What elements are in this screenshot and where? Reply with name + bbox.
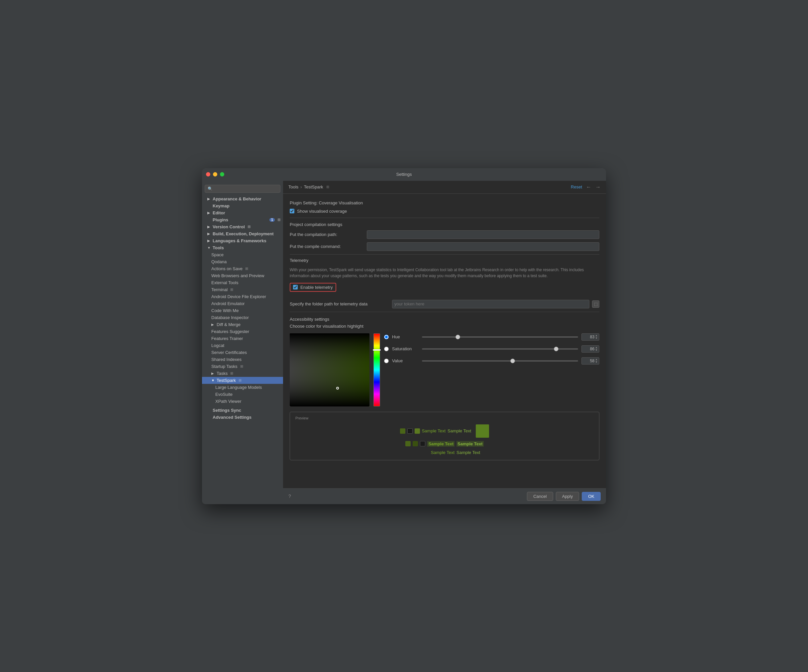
window-controls <box>206 172 224 177</box>
sidebar-item-plugins[interactable]: Plugins 1 ⊞ <box>202 216 283 223</box>
sidebar-item-editor[interactable]: ▶ Editor <box>202 209 283 216</box>
gradient-picker[interactable] <box>290 333 369 406</box>
preview-text-5: Sample Text <box>431 450 454 455</box>
hue-slider-row: Hue 83 ▲ ▼ <box>384 333 599 341</box>
sidebar-item-appearance[interactable]: ▶ Appearance & Behavior <box>202 196 283 202</box>
sidebar-item-startup-tasks[interactable]: Startup Tasks ⊞ <box>202 363 283 370</box>
sync-icon: ⊞ <box>245 267 248 271</box>
saturation-track[interactable] <box>422 348 578 349</box>
sidebar-item-llm[interactable]: Large Language Models <box>202 384 283 391</box>
expand-icon: ▶ <box>211 323 215 326</box>
sidebar-item-logcat[interactable]: Logcat <box>202 342 283 349</box>
sidebar-item-testspark[interactable]: ▼ TestSpark ⊞ <box>202 377 283 384</box>
cancel-button[interactable]: Cancel <box>527 492 553 501</box>
sidebar-item-android-file[interactable]: Android Device File Explorer <box>202 293 283 300</box>
sidebar-item-tasks[interactable]: ▶ Tasks ⊞ <box>202 370 283 377</box>
value-track[interactable] <box>422 360 578 361</box>
panel-header: Tools › TestSpark ⊞ Reset ← → <box>283 181 606 194</box>
hue-decrement[interactable]: ▼ <box>595 337 598 339</box>
sidebar-item-database-inspector[interactable]: Database Inspector <box>202 314 283 321</box>
saturation-label: Saturation <box>392 346 419 351</box>
enable-telemetry-checkbox[interactable] <box>293 285 298 289</box>
saturation-decrement[interactable]: ▼ <box>595 349 598 352</box>
show-coverage-checkbox[interactable] <box>290 209 294 213</box>
maximize-button[interactable] <box>220 172 224 177</box>
value-thumb <box>510 359 515 363</box>
pin-icon: ⊞ <box>326 185 329 189</box>
saturation-spinners: ▲ ▼ <box>595 346 598 352</box>
sidebar-item-space[interactable]: Space <box>202 251 283 258</box>
sidebar-item-xpath-viewer[interactable]: XPath Viewer <box>202 398 283 405</box>
browse-button[interactable]: ⬚ <box>592 301 599 308</box>
preview-text-3: Sample Text <box>427 441 454 447</box>
expand-icon: ▶ <box>207 197 211 201</box>
value-value-box: 58 ▲ ▼ <box>581 357 599 364</box>
sidebar-item-settings-sync[interactable]: Settings Sync <box>202 407 283 414</box>
sidebar-item-actions-on-save[interactable]: Actions on Save ⊞ <box>202 265 283 272</box>
footer: ? Cancel Apply OK <box>283 488 606 504</box>
preview-box-3 <box>415 428 420 434</box>
hue-value-box: 83 ▲ ▼ <box>581 333 599 341</box>
forward-button[interactable]: → <box>595 184 601 190</box>
value-label: Value <box>392 358 419 363</box>
telemetry-title: Telemetry <box>290 258 599 263</box>
sidebar-item-terminal[interactable]: Terminal ⊞ <box>202 286 283 293</box>
sidebar-item-tools[interactable]: ▼ Tools <box>202 244 283 251</box>
reset-button[interactable]: Reset <box>571 184 582 189</box>
preview-row-2: Sample Text Sample Text <box>405 441 483 447</box>
preview-box-5 <box>412 441 418 446</box>
sidebar-item-evosuite[interactable]: EvoSuite <box>202 391 283 398</box>
hue-strip[interactable] <box>374 333 380 406</box>
sidebar: ▶ Appearance & Behavior Keymap ▶ Editor … <box>202 181 283 504</box>
expand-icon: ▶ <box>207 239 211 242</box>
sync-icon: ⊞ <box>277 218 280 222</box>
sidebar-item-qodana[interactable]: Qodana <box>202 258 283 265</box>
telemetry-description: With your permission, TestSpark will sen… <box>290 267 599 279</box>
sync-icon: ⊞ <box>240 364 243 369</box>
value-radio[interactable] <box>384 359 389 363</box>
sidebar-item-server-certs[interactable]: Server Certificates <box>202 349 283 356</box>
sidebar-item-android-emulator[interactable]: Android Emulator <box>202 300 283 307</box>
sidebar-item-external-tools[interactable]: External Tools <box>202 279 283 286</box>
title-bar: Settings <box>202 168 606 181</box>
saturation-thumb <box>554 347 559 351</box>
close-button[interactable] <box>206 172 210 177</box>
sidebar-item-keymap[interactable]: Keymap <box>202 202 283 209</box>
sidebar-item-features-trainer[interactable]: Features Trainer <box>202 335 283 342</box>
apply-button[interactable]: Apply <box>556 492 579 501</box>
sidebar-item-diff-merge[interactable]: ▶ Diff & Merge <box>202 321 283 328</box>
settings-window: Settings ▶ Appearance & Behavior Keymap … <box>202 168 606 504</box>
minimize-button[interactable] <box>213 172 217 177</box>
value-value: 58 <box>583 359 594 363</box>
sidebar-item-build[interactable]: ▶ Build, Execution, Deployment <box>202 230 283 237</box>
compilation-path-input[interactable] <box>367 230 599 239</box>
sidebar-item-version-control[interactable]: ▶ Version Control ⊞ <box>202 223 283 230</box>
preview-text-4: Sample Text <box>456 441 484 447</box>
hue-thumb <box>456 335 460 339</box>
ok-button[interactable]: OK <box>582 492 601 501</box>
saturation-radio[interactable] <box>384 347 389 351</box>
value-decrement[interactable]: ▼ <box>595 361 598 364</box>
sidebar-item-shared-indexes[interactable]: Shared Indexes <box>202 356 283 363</box>
folder-path-input[interactable] <box>392 300 589 308</box>
sidebar-item-code-with-me[interactable]: Code With Me <box>202 307 283 314</box>
help-button[interactable]: ? <box>289 493 291 499</box>
sync-icon: ⊞ <box>230 371 233 376</box>
enable-telemetry-row: Enable telemetry <box>290 283 336 292</box>
preview-text-2: Sample Text <box>447 428 471 433</box>
hue-track[interactable] <box>422 336 578 338</box>
sidebar-item-web-browsers[interactable]: Web Browsers and Preview <box>202 272 283 279</box>
back-button[interactable]: ← <box>586 184 591 190</box>
sidebar-item-features-suggester[interactable]: Features Suggester <box>202 328 283 335</box>
folder-path-row: Specify the folder path for telemetry da… <box>290 300 599 308</box>
search-input[interactable] <box>205 185 280 193</box>
saturation-value-box: 86 ▲ ▼ <box>581 345 599 353</box>
sidebar-item-languages[interactable]: ▶ Languages & Frameworks <box>202 237 283 244</box>
compile-command-input[interactable] <box>367 242 599 251</box>
preview-box-6 <box>420 441 425 446</box>
breadcrumb-current: TestSpark <box>304 184 323 189</box>
hue-radio[interactable] <box>384 335 389 339</box>
preview-text-6: Sample Text <box>456 450 480 455</box>
sidebar-item-advanced-settings[interactable]: Advanced Settings <box>202 414 283 421</box>
panel-actions: Reset ← → <box>571 184 601 190</box>
